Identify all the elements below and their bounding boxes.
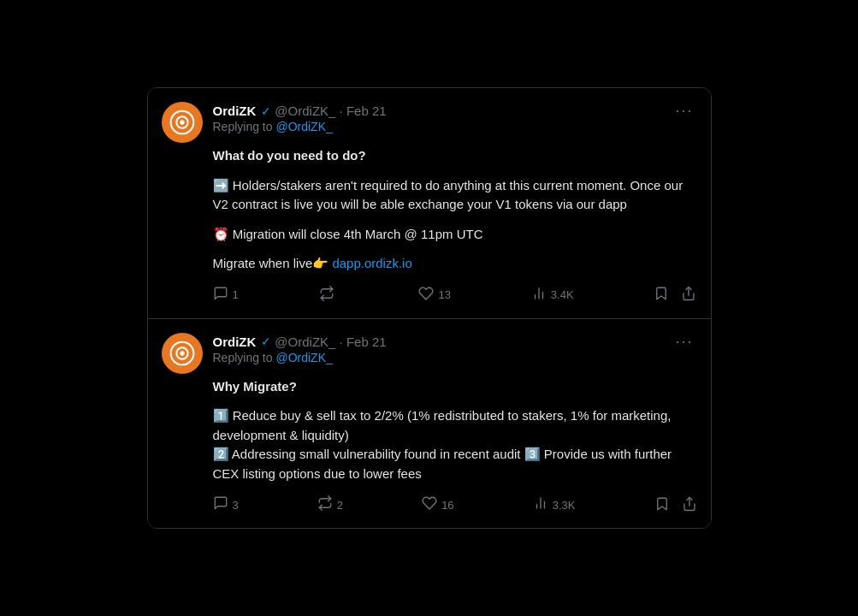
tweet-line-1-2: ⏰ Migration will close 4th March @ 11pm … (213, 225, 697, 245)
tweet-line-2-0: Why Migrate? (213, 377, 697, 397)
svg-point-9 (180, 351, 184, 355)
bookmark-action-2[interactable] (654, 496, 670, 514)
like-icon-2 (422, 495, 437, 514)
like-action-2[interactable]: 16 (422, 495, 453, 514)
like-icon-1 (418, 286, 434, 305)
tweet-body-1: What do you need to do? ➡️ Holders/stake… (162, 146, 697, 274)
username-date-1: @OrdiZK_ · Feb 21 (275, 104, 386, 118)
share-icon-1 (681, 286, 696, 304)
more-button-2[interactable]: ··· (672, 333, 696, 351)
verified-badge-1: ✓ (261, 104, 271, 118)
reply-icon-2 (213, 495, 228, 514)
display-name-1: OrdiZK (213, 104, 257, 118)
views-icon-1 (531, 286, 547, 305)
share-action-1[interactable] (681, 286, 696, 304)
like-count-1: 13 (438, 288, 450, 301)
bookmark-icon-1 (654, 286, 669, 304)
retweet-action-2[interactable]: 2 (317, 495, 343, 514)
reply-action-2[interactable]: 3 (213, 495, 239, 514)
reply-to-1: Replying to @OrdiZK_ (213, 120, 697, 133)
svg-point-2 (180, 120, 184, 124)
bookmark-action-1[interactable] (654, 286, 669, 304)
tweet-2: OrdiZK ✓ @OrdiZK_ · Feb 21 ··· Replying … (148, 319, 711, 529)
dapp-link-1[interactable]: dapp.ordizk.io (332, 256, 411, 270)
display-name-2: OrdiZK (213, 335, 257, 349)
tweet-1: OrdiZK ✓ @OrdiZK_ · Feb 21 ··· Replying … (148, 88, 711, 319)
reply-to-link-2[interactable]: @OrdiZK_ (275, 351, 332, 364)
reply-action-1[interactable]: 1 (213, 286, 239, 305)
tweet-name-group-1: OrdiZK ✓ @OrdiZK_ · Feb 21 (213, 104, 387, 118)
tweet-line-1-1: ➡️ Holders/stakers aren't required to do… (213, 176, 697, 215)
tweet-header-2: OrdiZK ✓ @OrdiZK_ · Feb 21 ··· Replying … (162, 333, 697, 374)
views-count-1: 3.4K (551, 288, 574, 301)
share-action-2[interactable] (682, 496, 697, 514)
reply-icon-1 (213, 286, 228, 305)
reply-to-2: Replying to @OrdiZK_ (213, 351, 697, 364)
tweet-header-1: OrdiZK ✓ @OrdiZK_ · Feb 21 ··· Replying … (162, 102, 697, 143)
tweet-line-1-0: What do you need to do? (213, 146, 697, 166)
reply-count-2: 3 (233, 499, 239, 512)
tweet-body-2: Why Migrate? 1️⃣ Reduce buy & sell tax t… (162, 377, 697, 484)
views-action-1[interactable]: 3.4K (531, 286, 574, 305)
retweet-icon-2 (317, 495, 333, 514)
tweet-line-2-1: 1️⃣ Reduce buy & sell tax to 2/2% (1% re… (213, 406, 697, 483)
tweet-line-1-3: Migrate when live👉 dapp.ordizk.io (213, 254, 697, 274)
username-date-2: @OrdiZK_ · Feb 21 (275, 335, 386, 349)
tweet-actions-1: 1 13 (162, 286, 697, 305)
avatar-2 (162, 333, 203, 374)
tweet-name-group-2: OrdiZK ✓ @OrdiZK_ · Feb 21 (213, 335, 387, 349)
tweet-meta-2: OrdiZK ✓ @OrdiZK_ · Feb 21 ··· Replying … (213, 333, 697, 371)
retweet-icon-1 (319, 286, 334, 305)
views-icon-2 (533, 495, 548, 514)
bookmark-icon-2 (654, 496, 670, 514)
tweet-meta-1: OrdiZK ✓ @OrdiZK_ · Feb 21 ··· Replying … (213, 102, 697, 140)
tweet-name-row-2: OrdiZK ✓ @OrdiZK_ · Feb 21 ··· (213, 333, 697, 351)
share-icon-2 (682, 496, 697, 514)
retweet-action-1[interactable] (319, 286, 339, 305)
more-button-1[interactable]: ··· (672, 102, 696, 120)
reply-count-1: 1 (233, 288, 239, 301)
reply-to-link-1[interactable]: @OrdiZK_ (275, 120, 332, 133)
views-count-2: 3.3K (553, 499, 576, 512)
tweets-container: OrdiZK ✓ @OrdiZK_ · Feb 21 ··· Replying … (147, 87, 712, 529)
views-action-2[interactable]: 3.3K (533, 495, 576, 514)
like-action-1[interactable]: 13 (418, 286, 450, 305)
like-count-2: 16 (441, 499, 453, 512)
tweet-name-row-1: OrdiZK ✓ @OrdiZK_ · Feb 21 ··· (213, 102, 697, 120)
tweet-actions-2: 3 2 16 (162, 495, 697, 514)
retweet-count-2: 2 (337, 499, 343, 512)
verified-badge-2: ✓ (261, 335, 271, 348)
avatar-1 (162, 102, 203, 143)
